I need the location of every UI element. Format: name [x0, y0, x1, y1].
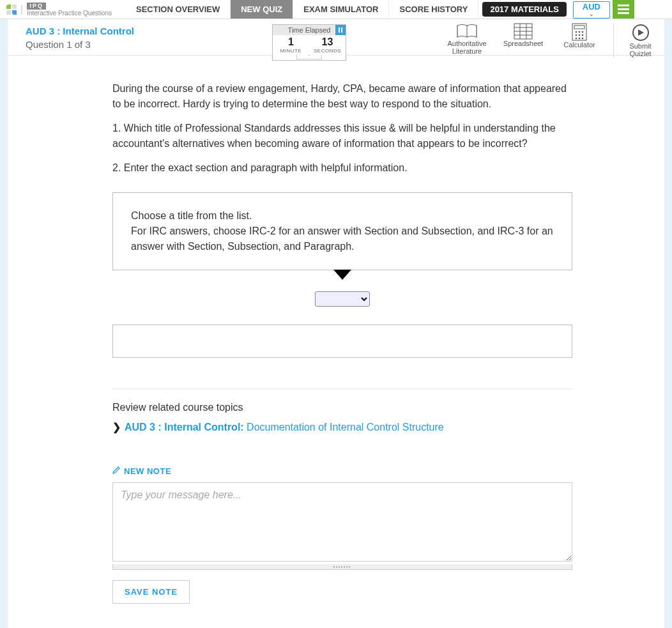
related-topic-link[interactable]: ❯ AUD 3 : Internal Control: Documentatio…: [112, 421, 572, 433]
note-textarea[interactable]: [112, 482, 572, 562]
tool-calculator[interactable]: Calculator: [557, 23, 602, 49]
question-intro: During the course of a review engagement…: [112, 81, 572, 112]
question-counter: Question 1 of 3: [26, 39, 134, 50]
textarea-resize-handle[interactable]: [112, 564, 572, 570]
materials-pill[interactable]: 2017 MATERIALS: [482, 2, 566, 17]
new-note-heading: NEW NOTE: [112, 466, 572, 476]
svg-point-19: [582, 38, 584, 40]
tab-section-overview[interactable]: SECTION OVERVIEW: [126, 0, 231, 19]
svg-point-15: [579, 34, 581, 36]
answer-input-box[interactable]: [112, 325, 572, 358]
choose-title-line: Choose a title from the list.: [131, 208, 554, 224]
related-link-rest: Documentation of Internal Control Struct…: [244, 422, 444, 433]
svg-rect-0: [339, 27, 340, 33]
logo-mark-icon: [6, 4, 17, 15]
exam-code-label: AUD: [583, 3, 600, 11]
tool-label: Calculator: [563, 41, 595, 49]
svg-point-17: [576, 38, 577, 40]
question-part-2: 2. Enter the exact section and paragraph…: [112, 160, 572, 176]
timer-seconds-label: SECONDS: [309, 48, 346, 54]
tool-authoritative-literature[interactable]: Authoritative Literature: [445, 23, 489, 55]
svg-point-12: [579, 31, 581, 33]
submit-quizlet-button[interactable]: Submit Quizlet: [613, 23, 658, 57]
svg-rect-10: [574, 26, 584, 29]
chevron-right-icon: ❯: [112, 421, 121, 433]
tab-score-history[interactable]: SCORE HISTORY: [389, 0, 478, 19]
question-part-1: 1. Which title of Professional Standards…: [112, 121, 572, 151]
svg-point-13: [582, 31, 584, 33]
sub-header: AUD 3 : Internal Control Question 1 of 3…: [8, 19, 664, 56]
timer-seconds: 13: [309, 36, 346, 48]
section-title: AUD 3 : Internal Control: [26, 26, 134, 36]
related-topics-heading: Review related course topics: [112, 402, 572, 413]
pencil-icon: [112, 466, 120, 476]
question-content: During the course of a review engagement…: [8, 56, 664, 628]
separator: [112, 388, 572, 389]
timer-minutes-label: MINUTE: [273, 48, 309, 54]
choose-help-line: For IRC answers, choose IRC-2 for an ans…: [131, 224, 554, 254]
spreadsheet-icon: [514, 23, 533, 40]
tab-exam-simulator[interactable]: EXAM SIMULATOR: [293, 0, 389, 19]
timer-minutes: 1: [273, 36, 309, 48]
timer-collapse-handle[interactable]: ⌃: [296, 55, 322, 59]
tab-new-quiz[interactable]: NEW QUIZ: [231, 0, 293, 19]
tool-label: Authoritative Literature: [445, 40, 489, 55]
timer-widget: Time Elapsed 1 MINUTE 13 SECONDS ⌃: [272, 24, 346, 61]
tool-spreadsheet[interactable]: Spreadsheet: [501, 23, 546, 47]
new-note-label: NEW NOTE: [124, 466, 171, 476]
submit-arrow-icon: [631, 23, 650, 42]
svg-point-18: [579, 38, 581, 40]
top-nav: | IPQ Interactive Practice Questions SEC…: [0, 0, 672, 19]
svg-point-16: [582, 34, 584, 36]
svg-rect-1: [341, 27, 342, 33]
menu-button[interactable]: [613, 0, 634, 19]
save-note-button[interactable]: SAVE NOTE: [112, 580, 190, 604]
brand-subtitle: Interactive Practice Questions: [27, 10, 112, 17]
related-link-bold: AUD 3 : Internal Control:: [125, 422, 244, 433]
tool-label: Submit Quizlet: [623, 42, 658, 57]
pause-button[interactable]: [335, 25, 346, 35]
caret-down-icon: ⌄: [589, 11, 594, 17]
title-dropdown[interactable]: [315, 291, 370, 307]
exam-code-dropdown[interactable]: AUD ⌄: [573, 1, 610, 19]
choose-title-box: Choose a title from the list. For IRC an…: [112, 192, 572, 270]
arrow-down-icon: [333, 270, 351, 280]
toolbar: Authoritative Literature Spreadsheet Cal…: [445, 23, 658, 57]
nav-tabs: SECTION OVERVIEW NEW QUIZ EXAM SIMULATOR…: [126, 0, 478, 19]
tool-label: Spreadsheet: [503, 40, 543, 47]
brand-ipq: IPQ: [27, 3, 46, 10]
timer-label: Time Elapsed: [288, 26, 331, 34]
calculator-icon: [572, 23, 587, 41]
svg-point-11: [576, 31, 577, 33]
divider: |: [20, 4, 23, 15]
brand-logo: | IPQ Interactive Practice Questions: [0, 0, 118, 19]
book-icon: [456, 23, 478, 40]
svg-point-14: [576, 34, 577, 36]
